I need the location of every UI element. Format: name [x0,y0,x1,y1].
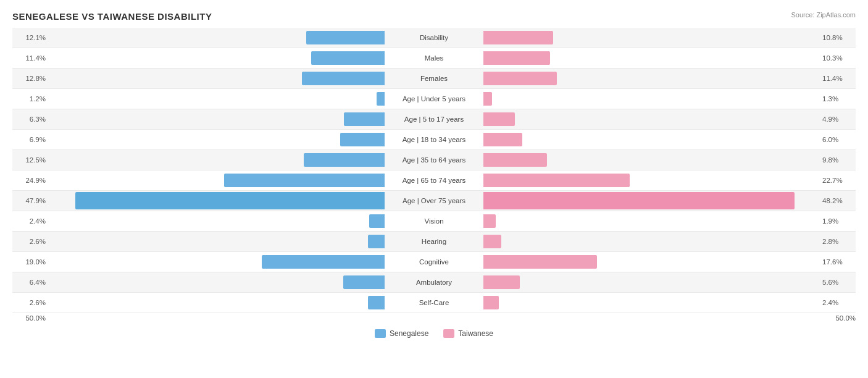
left-value: 2.6% [12,238,49,245]
left-value: 1.2% [12,95,49,103]
bars-left [49,153,385,167]
left-value: 47.9% [12,197,49,204]
bar-pink [483,235,501,248]
bars-left [49,275,385,289]
row-label: Hearing [385,238,483,245]
left-value: 2.4% [12,217,49,225]
source-text: Source: ZipAtlas.com [791,11,856,19]
bar-blue [306,31,385,44]
bars-right [483,31,819,44]
bars-right [483,51,819,65]
bars-left [49,92,385,106]
table-row: 11.4% Males 10.3% [12,48,856,69]
left-value: 6.4% [12,279,49,286]
left-value: 6.3% [12,116,49,123]
legend-senegalese-label: Senegalese [390,329,428,338]
table-row: 2.4% Vision 1.9% [12,211,856,232]
bar-blue [368,235,385,248]
row-label: Self-Care [385,299,483,306]
table-row: 12.8% Females 11.4% [12,69,856,89]
bars-right [483,235,819,248]
chart-container: SENEGALESE VS TAIWANESE DISABILITY Sourc… [0,0,868,350]
bars-left [49,255,385,269]
right-value: 1.3% [819,95,856,103]
bar-pink [483,296,499,309]
bars-right [483,72,819,85]
bar-blue [368,296,385,309]
bars-left [49,194,385,208]
bars-right [483,296,819,309]
table-row: 2.6% Self-Care 2.4% [12,293,856,313]
legend-row: Senegalese Taiwanese [12,329,856,338]
table-row: 12.5% Age | 35 to 64 years 9.8% [12,150,856,170]
bars-left [49,214,385,228]
bar-pink [483,255,597,269]
table-row: 47.9% Age | Over 75 years 48.2% [12,191,856,211]
bar-blue [304,153,385,167]
bars-right [483,92,819,106]
bar-blue [343,275,385,289]
row-label: Ambulatory [385,279,483,286]
bars-right [483,112,819,126]
bars-right [483,214,819,228]
table-row: 6.3% Age | 5 to 17 years 4.9% [12,109,856,130]
chart-title: SENEGALESE VS TAIWANESE DISABILITY [12,11,212,22]
table-row: 19.0% Cognitive 17.6% [12,252,856,272]
table-row: 6.9% Age | 18 to 34 years 6.0% [12,130,856,150]
left-value: 12.5% [12,156,49,164]
bars-right [483,255,819,269]
bar-blue [344,112,385,126]
bar-pink [483,174,630,187]
right-value: 5.6% [819,279,856,286]
bar-pink [483,153,547,167]
right-value: 22.7% [819,177,856,184]
table-row: 2.6% Hearing 2.8% [12,232,856,252]
bar-pink [483,72,557,85]
row-label: Cognitive [385,258,483,266]
bars-left [49,133,385,146]
right-value: 10.8% [819,34,856,41]
axis-right: 50.0% [49,314,856,322]
row-label: Vision [385,217,483,225]
table-row: 1.2% Age | Under 5 years 1.3% [12,89,856,109]
axis-row: 50.0% 50.0% [12,313,856,324]
row-label: Age | Under 5 years [385,95,483,103]
left-value: 12.8% [12,75,49,82]
row-label: Age | Over 75 years [385,197,483,204]
bar-blue [302,72,385,85]
axis-left: 50.0% [12,314,49,322]
table-row: 12.1% Disability 10.8% [12,28,856,48]
right-value: 1.9% [819,217,856,225]
bar-pink [483,112,515,126]
bar-blue [311,51,385,65]
table-row: 24.9% Age | 65 to 74 years 22.7% [12,170,856,191]
left-value: 19.0% [12,258,49,266]
bar-blue [377,92,385,106]
legend-swatch-blue [375,329,386,338]
bars-right [483,153,819,167]
left-value: 6.9% [12,136,49,143]
right-value: 4.9% [819,116,856,123]
bar-blue [340,133,385,146]
bar-pink [483,31,553,44]
bars-left [49,112,385,126]
bars-right [483,133,819,146]
bar-blue [262,255,385,269]
bars-right [483,275,819,289]
bar-pink [483,214,496,228]
bar-pink [483,51,550,65]
right-value: 11.4% [819,75,856,82]
row-label: Males [385,54,483,62]
right-value: 48.2% [819,197,856,204]
bar-blue [224,174,385,187]
left-value: 24.9% [12,177,49,184]
legend-senegalese: Senegalese [375,329,428,338]
row-label: Females [385,75,483,82]
right-value: 9.8% [819,156,856,164]
bar-pink [483,192,795,209]
right-value: 2.4% [819,299,856,306]
bar-blue [369,214,385,228]
bars-right [483,194,819,208]
row-label: Age | 18 to 34 years [385,136,483,143]
bars-right [483,174,819,187]
